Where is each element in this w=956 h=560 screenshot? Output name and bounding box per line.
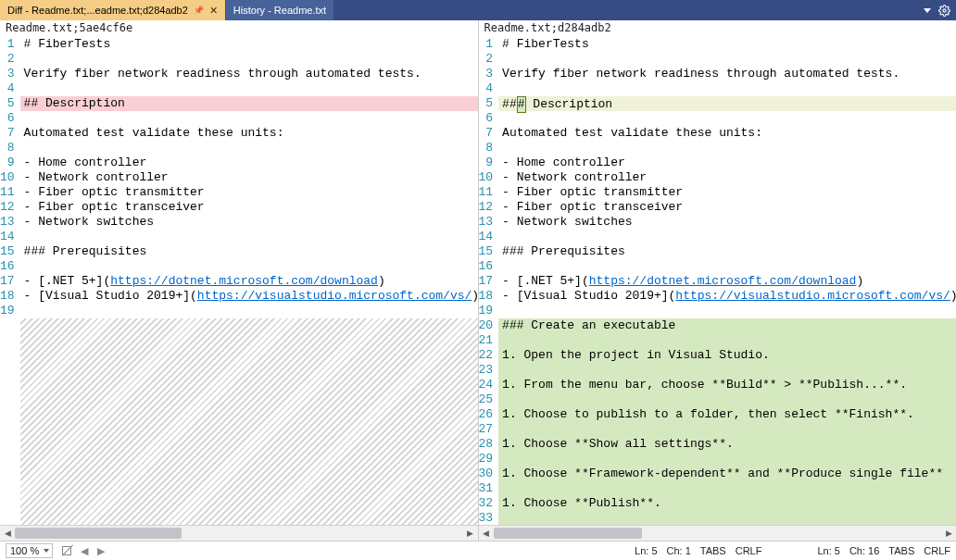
code-line: - Fiber optic transceiver [20,200,478,215]
code-line [20,141,478,156]
link[interactable]: https://visualstudio.microsoft.com/vs/ [675,289,950,303]
code-line [498,111,956,126]
hatched-noexist [20,318,478,525]
code-line [20,230,478,244]
code-line: Automated test validate these units: [20,126,478,141]
scroll-right-icon[interactable]: ▶ [941,526,956,541]
code-line: Automated test validate these units: [498,126,956,141]
tab-history-readme[interactable]: History - Readme.txt [226,0,333,20]
zoom-selector[interactable]: 100 % [6,543,53,558]
code-line: - [Visual Studio 2019+](https://visualst… [498,289,956,304]
code-line-inserted [498,481,956,496]
left-editor[interactable]: 1234 5678 9101112 13141516 171819 # Fibe… [0,37,478,525]
code-line-inserted: 1. Choose **Show all settings**. [498,437,956,452]
status-ln[interactable]: Ln: 5 [635,545,657,556]
code-line-inserted [498,422,956,437]
left-hscroll[interactable]: ◀ ▶ [0,525,478,541]
code-line-inserted: 1. From the menu bar, choose **Build** >… [498,378,956,392]
code-line: - [Visual Studio 2019+](https://visualst… [20,289,478,304]
code-line [498,230,956,244]
close-icon[interactable]: ✕ [209,5,218,17]
code-line: ### Prerequisites [498,244,956,259]
tab-label: Diff - Readme.txt;...eadme.txt;d284adb2 [7,5,188,16]
status-ch[interactable]: Ch: 16 [849,545,879,556]
status-ch[interactable]: Ch: 1 [667,545,691,556]
code-line: ### Prerequisites [20,244,478,259]
code-line [20,304,478,318]
scroll-thumb[interactable] [15,528,182,539]
code-line: - [.NET 5+](https://dotnet.microsoft.com… [20,274,478,289]
left-header: Readme.txt;5ae4cf6e [0,20,478,37]
code-line: - Network controller [20,170,478,185]
link[interactable]: https://dotnet.microsoft.com/download [589,274,857,288]
status-indent[interactable]: TABS [700,545,726,556]
tab-bar: Diff - Readme.txt;...eadme.txt;d284adb2 … [0,0,956,20]
code-line: - Fiber optic transmitter [20,185,478,200]
right-pane: Readme.txt;d284adb2 1234 5678 9101112 13… [479,20,957,541]
right-code[interactable]: # FiberTests Verify fiber network readin… [498,37,956,525]
svg-point-0 [943,8,946,11]
tab-label: History - Readme.txt [233,5,326,16]
code-line [20,52,478,67]
code-line [20,259,478,274]
scroll-thumb[interactable] [494,528,642,539]
tab-overflow-icon[interactable] [924,8,931,13]
code-line: - Network controller [498,170,956,185]
right-hscroll[interactable]: ◀ ▶ [479,525,957,541]
code-line: - Network switches [498,215,956,230]
tab-diff-readme[interactable]: Diff - Readme.txt;...eadme.txt;d284adb2 … [0,0,225,20]
pin-icon[interactable]: 📌 [194,6,204,15]
code-line-inserted: 1. Choose **Publish**. [498,496,956,511]
link[interactable]: https://dotnet.microsoft.com/download [110,274,378,288]
code-line [498,52,956,67]
code-line-inserted: 1. Open the project in Visual Studio. [498,348,956,363]
right-gutter: 1234 5678 9101112 13141516 17181920 2122… [479,37,499,525]
code-line-inserted: 1. Choose **Framework-dependent** and **… [498,467,956,481]
code-line [20,81,478,96]
no-issues-icon[interactable] [62,546,71,555]
status-ln[interactable]: Ln: 5 [817,545,839,556]
code-line-inserted [498,452,956,467]
code-line: # FiberTests [20,37,478,52]
code-line-inserted: 1. Choose to publish to a folder, then s… [498,407,956,422]
left-code[interactable]: # FiberTests Verify fiber network readin… [20,37,478,525]
code-line: Verify fiber network readiness through a… [20,67,478,81]
code-line-inserted [498,392,956,407]
status-eol[interactable]: CRLF [924,545,950,556]
code-line-inserted [498,511,956,525]
code-line: # FiberTests [498,37,956,52]
window-options-icon[interactable] [938,5,950,17]
status-bar: 100 % ◀▶ Ln: 5 Ch: 1 TABS CRLF Ln: 5 Ch:… [0,541,956,560]
code-line: - Home controller [498,156,956,170]
code-line [498,81,956,96]
code-line: - Fiber optic transmitter [498,185,956,200]
scroll-left-icon[interactable]: ◀ [479,526,494,541]
code-line: Verify fiber network readiness through a… [498,67,956,81]
status-eol[interactable]: CRLF [736,545,762,556]
left-pane: Readme.txt;5ae4cf6e 1234 5678 9101112 13… [0,20,479,541]
diff-panes: Readme.txt;5ae4cf6e 1234 5678 9101112 13… [0,20,956,541]
left-gutter: 1234 5678 9101112 13141516 171819 [0,37,20,525]
right-header: Readme.txt;d284adb2 [479,20,957,37]
code-line-inserted: ### Create an executable [498,318,956,333]
scroll-right-icon[interactable]: ▶ [463,526,478,541]
code-line: - Home controller [20,156,478,170]
code-line: - Network switches [20,215,478,230]
zoom-label: 100 % [10,545,39,556]
code-line-deleted: ## Description [20,96,478,111]
code-line [20,111,478,126]
link[interactable]: https://visualstudio.microsoft.com/vs/ [197,289,472,303]
status-indent[interactable]: TABS [888,545,914,556]
scroll-left-icon[interactable]: ◀ [0,526,15,541]
right-editor[interactable]: 1234 5678 9101112 13141516 17181920 2122… [479,37,957,525]
code-line [498,259,956,274]
code-line: - Fiber optic transceiver [498,200,956,215]
code-line-inserted [498,363,956,378]
code-line [498,304,956,318]
code-line [498,141,956,156]
code-line: - [.NET 5+](https://dotnet.microsoft.com… [498,274,956,289]
code-line-modified: ### Description [498,96,956,111]
code-line-inserted [498,333,956,348]
